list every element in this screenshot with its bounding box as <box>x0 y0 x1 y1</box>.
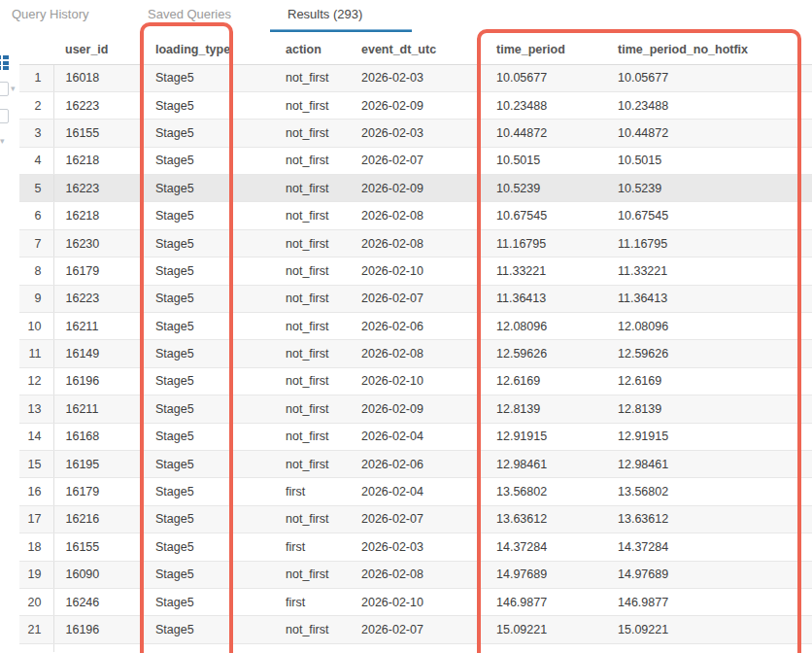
table-row[interactable]: 816179Stage5not_first2026-02-1011.332211… <box>19 258 812 285</box>
row-number-cell[interactable]: 12 <box>19 367 53 395</box>
cell-time_period_no_hotfix[interactable]: 11.16795 <box>606 229 812 257</box>
cell-time_period_no_hotfix[interactable]: 12.59626 <box>606 340 812 367</box>
cell-user_id[interactable]: 16216 <box>53 505 144 533</box>
cell-time_period_no_hotfix[interactable]: 10.44872 <box>606 120 812 147</box>
cell-loading_type[interactable]: Stage5 <box>144 340 274 367</box>
caret-down-icon[interactable]: ▾ <box>11 85 16 93</box>
cell-action[interactable]: not_first <box>274 340 350 367</box>
panel-icon[interactable] <box>0 109 9 123</box>
cell-time_period_no_hotfix[interactable]: 13.56802 <box>606 478 812 505</box>
row-number-cell[interactable]: 13 <box>19 395 53 423</box>
row-number-cell[interactable]: 1 <box>19 64 53 91</box>
cell-loading_type[interactable]: Stage5 <box>144 588 274 615</box>
cell-user_id[interactable]: 16246 <box>53 588 144 615</box>
cell-loading_type[interactable]: Stage5 <box>144 175 274 202</box>
cell-time_period_no_hotfix[interactable]: 14.37284 <box>606 533 812 561</box>
cell-user_id[interactable]: 16196 <box>53 616 144 643</box>
row-number-cell[interactable]: 5 <box>19 175 53 202</box>
table-row[interactable]: 516223Stage5not_first2026-02-0910.523910… <box>19 175 812 202</box>
cell-time_period_no_hotfix[interactable]: 11.33221 <box>606 258 812 285</box>
cell-action[interactable]: not_first <box>274 313 350 340</box>
cell-user_id[interactable]: 16196 <box>53 367 144 395</box>
row-number-cell[interactable]: 8 <box>19 258 53 285</box>
cell-time_period[interactable]: 12.59626 <box>485 340 606 367</box>
cell-user_id[interactable]: 16168 <box>53 423 144 450</box>
row-number-cell[interactable]: 20 <box>19 588 53 615</box>
row-number-cell[interactable]: 9 <box>19 285 53 312</box>
cell-loading_type[interactable]: Stage5 <box>144 91 274 119</box>
cell-action[interactable]: not_first <box>274 285 350 312</box>
cell-action[interactable]: first <box>274 478 350 505</box>
table-row[interactable]: 2016246Stage5first2026-02-10146.9877146.… <box>19 588 812 615</box>
table-grid-icon[interactable] <box>0 55 9 71</box>
cell-action[interactable]: not_first <box>274 395 350 423</box>
row-number-cell[interactable]: 11 <box>19 340 53 367</box>
cell-time_period[interactable]: 11.33221 <box>485 258 606 285</box>
cell-user_id[interactable]: 16195 <box>53 450 144 477</box>
row-number-cell[interactable]: 21 <box>19 616 53 643</box>
cell-time_period_no_hotfix[interactable]: 12.98461 <box>606 450 812 477</box>
cell-action[interactable]: not_first <box>274 147 350 174</box>
row-number-cell[interactable]: 3 <box>19 120 53 147</box>
row-number-cell[interactable]: 15 <box>19 450 53 477</box>
cell-user_id[interactable]: 16179 <box>53 258 144 285</box>
cell-time_period_no_hotfix[interactable]: 10.5239 <box>606 175 812 202</box>
cell-time_period[interactable]: 11.16795 <box>485 229 606 257</box>
cell-event_dt_utc[interactable]: 2026-02-07 <box>350 505 485 533</box>
cell-time_period_no_hotfix[interactable]: 12.91915 <box>606 423 812 450</box>
column-header-time_period[interactable]: time_period <box>485 35 606 64</box>
cell-time_period[interactable]: 10.44872 <box>485 120 606 147</box>
cell-time_period[interactable]: 10.5015 <box>485 147 606 174</box>
cell-event_dt_utc[interactable]: 2026-02-10 <box>350 367 485 395</box>
cell-action[interactable]: not_first <box>274 367 350 395</box>
table-row[interactable]: 416218Stage5not_first2026-02-0710.501510… <box>19 147 812 174</box>
cell-loading_type[interactable]: Stage5 <box>144 533 274 561</box>
cell-time_period_no_hotfix[interactable]: 146.9877 <box>606 588 812 615</box>
cell-event_dt_utc[interactable]: 2026-02-10 <box>350 258 485 285</box>
table-row[interactable]: 1316211Stage5not_first2026-02-0912.81391… <box>19 395 812 423</box>
cell-time_period[interactable]: 14.37284 <box>485 533 606 561</box>
cell-loading_type[interactable]: Stage5 <box>144 229 274 257</box>
cell-user_id[interactable]: 16218 <box>53 147 144 174</box>
cell-event_dt_utc[interactable]: 2026-02-04 <box>350 478 485 505</box>
cell-time_period_no_hotfix[interactable]: 10.67545 <box>606 202 812 229</box>
table-row[interactable]: 1516195Stage5not_first2026-02-0612.98461… <box>19 450 812 477</box>
cell-user_id[interactable]: 16223 <box>53 91 144 119</box>
cell-time_period_no_hotfix[interactable]: 12.8139 <box>606 395 812 423</box>
cell-time_period_no_hotfix[interactable]: 10.23488 <box>606 91 812 119</box>
cell-time_period[interactable]: 10.23488 <box>485 91 606 119</box>
row-number-cell[interactable]: 4 <box>19 147 53 174</box>
row-number-cell[interactable]: 16 <box>19 478 53 505</box>
table-row[interactable]: 916223Stage5not_first2026-02-0711.364131… <box>19 285 812 312</box>
row-number-cell[interactable]: 19 <box>19 561 53 588</box>
tab-results[interactable]: Results (293) <box>288 7 362 21</box>
row-number-cell[interactable]: 7 <box>19 229 53 257</box>
column-header-event_dt_utc[interactable]: event_dt_utc <box>350 35 485 64</box>
cell-time_period[interactable]: 12.91915 <box>485 423 606 450</box>
cell-user_id[interactable]: 16155 <box>53 533 144 561</box>
cell-time_period_no_hotfix[interactable]: 15.09221 <box>606 616 812 643</box>
cell-action[interactable]: not_first <box>274 616 350 643</box>
cell-action[interactable]: not_first <box>274 64 350 91</box>
cell-action[interactable]: not_first <box>274 175 350 202</box>
cell-event_dt_utc[interactable]: 2026-02-04 <box>350 423 485 450</box>
cell-event_dt_utc[interactable]: 2026-02-10 <box>350 588 485 615</box>
cell-user_id[interactable]: 16179 <box>53 478 144 505</box>
cell-time_period[interactable]: 13.56802 <box>485 478 606 505</box>
cell-action[interactable]: not_first <box>274 450 350 477</box>
cell-time_period_no_hotfix[interactable]: 14.97689 <box>606 561 812 588</box>
cell-user_id[interactable]: 16018 <box>53 64 144 91</box>
cell-event_dt_utc[interactable]: 2026-02-07 <box>350 147 485 174</box>
row-number-cell[interactable]: 17 <box>19 505 53 533</box>
cell-loading_type[interactable]: Stage5 <box>144 450 274 477</box>
table-row[interactable]: 1016211Stage5not_first2026-02-0612.08096… <box>19 313 812 340</box>
cell-time_period[interactable]: 14.97689 <box>485 561 606 588</box>
table-row[interactable]: 1916090Stage5not_first2026-02-0814.97689… <box>19 561 812 588</box>
cell-time_period[interactable]: 12.98461 <box>485 450 606 477</box>
cell-loading_type[interactable]: Stage5 <box>144 395 274 423</box>
cell-event_dt_utc[interactable]: 2026-02-03 <box>350 533 485 561</box>
cell-time_period_no_hotfix[interactable]: 11.36413 <box>606 285 812 312</box>
cell-action[interactable]: not_first <box>274 120 350 147</box>
cell-time_period[interactable]: 12.8139 <box>485 395 606 423</box>
table-row[interactable]: 2116196Stage5not_first2026-02-0715.09221… <box>19 616 812 643</box>
